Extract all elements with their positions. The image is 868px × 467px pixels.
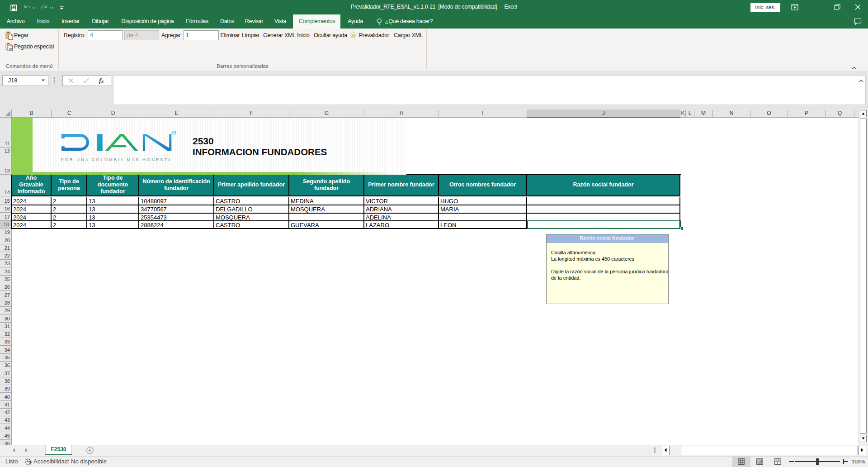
svg-text:?: ?	[28, 460, 32, 466]
